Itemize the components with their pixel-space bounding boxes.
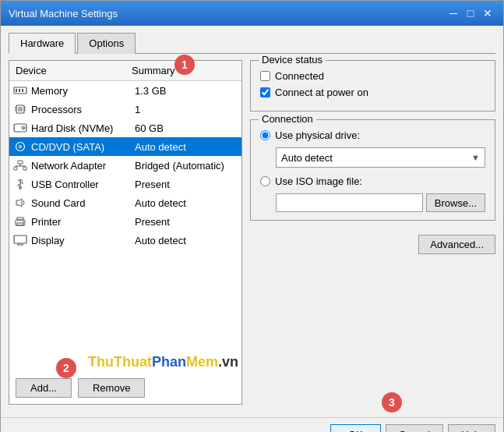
device-name-usb: USB Controller	[31, 179, 135, 190]
device-row-memory[interactable]: Memory 1.3 GB	[9, 81, 241, 100]
use-iso-label: Use ISO image file:	[275, 175, 362, 187]
physical-drive-dropdown[interactable]: Auto detect ▼	[276, 147, 485, 168]
remove-button[interactable]: Remove	[78, 378, 145, 398]
printer-icon	[12, 215, 28, 228]
right-panel: Device status Connected Connect at power…	[250, 60, 495, 405]
add-remove-area: 2 Add... Remove	[9, 375, 241, 404]
device-row-network[interactable]: Network Adapter Bridged (Automatic)	[9, 156, 241, 175]
physical-dropdown-row: Auto detect ▼	[276, 147, 485, 168]
device-name-cddvd: CD/DVD (SATA)	[31, 141, 135, 153]
annotation-1: 1	[174, 55, 195, 75]
maximize-button[interactable]: □	[463, 5, 478, 21]
device-row-display[interactable]: Display Auto detect	[9, 231, 241, 250]
soundcard-icon	[12, 197, 28, 209]
connect-power-label: Connect at power on	[275, 87, 368, 98]
device-status-label: Device status	[259, 54, 326, 66]
use-physical-row: Use physical drive:	[260, 129, 485, 141]
iso-file-row: Browse...	[276, 193, 485, 212]
device-summary-cddvd: Auto detect	[135, 141, 238, 153]
display-icon	[12, 234, 28, 246]
connection-content: Use physical drive: Auto detect ▼ Use IS…	[260, 129, 485, 212]
svg-point-13	[16, 143, 25, 151]
use-physical-radio[interactable]	[260, 130, 270, 140]
device-list-body: Memory 1.3 GB	[9, 81, 241, 346]
connect-power-checkbox[interactable]	[260, 87, 270, 97]
svg-rect-30	[17, 223, 23, 225]
svg-marker-28	[16, 199, 22, 207]
device-row-harddisk[interactable]: Hard Disk (NVMe) 60 GB	[9, 119, 241, 137]
connect-power-row: Connect at power on	[260, 87, 485, 98]
svg-rect-31	[17, 218, 23, 220]
svg-rect-15	[18, 161, 23, 164]
device-summary-printer: Present	[135, 216, 238, 228]
minimize-button[interactable]: ─	[446, 5, 461, 21]
device-row-cddvd[interactable]: CD/DVD (SATA) Auto detect	[9, 137, 241, 156]
network-icon	[12, 159, 28, 172]
advanced-row: Advanced...	[250, 235, 495, 254]
svg-point-32	[23, 221, 24, 223]
iso-file-input[interactable]	[276, 193, 423, 212]
connected-checkbox[interactable]	[260, 71, 270, 81]
device-summary-harddisk: 60 GB	[135, 122, 238, 134]
device-name-display: Display	[31, 235, 135, 246]
advanced-button[interactable]: Advanced...	[418, 235, 495, 254]
ok-button[interactable]: OK	[330, 424, 381, 432]
tab-bar: Hardware Options	[9, 32, 495, 54]
svg-rect-3	[22, 89, 23, 92]
svg-rect-2	[19, 89, 20, 92]
use-iso-radio[interactable]	[260, 176, 270, 186]
cancel-button[interactable]: Cancel	[386, 424, 443, 432]
close-button[interactable]: ✕	[480, 5, 495, 21]
device-summary-processors: 1	[135, 104, 238, 115]
svg-rect-1	[16, 89, 17, 92]
device-row-printer[interactable]: Printer Present	[9, 212, 241, 231]
footer-buttons: 3 OK Cancel Help	[1, 417, 503, 432]
connection-group: Connection Use physical drive: Auto dete…	[250, 119, 495, 221]
harddisk-icon	[12, 122, 28, 134]
title-bar: Virtual Machine Settings ─ □ ✕	[1, 1, 503, 26]
connected-label: Connected	[275, 70, 324, 82]
watermark-text: ThuThuatPhanMem.vn	[88, 354, 238, 370]
virtual-machine-settings-window: Virtual Machine Settings ─ □ ✕ Hardware …	[0, 0, 504, 432]
watermark-area: ThuThuatPhanMem.vn	[9, 346, 241, 375]
browse-button[interactable]: Browse...	[426, 193, 485, 212]
cddvd-icon	[12, 140, 28, 153]
device-summary-network: Bridged (Automatic)	[135, 160, 238, 172]
use-physical-label: Use physical drive:	[275, 129, 360, 141]
device-list-panel: 1 Device Summary	[9, 60, 242, 405]
device-name-harddisk: Hard Disk (NVMe)	[31, 122, 135, 134]
window-title: Virtual Machine Settings	[9, 8, 118, 19]
device-name-processors: Processors	[31, 104, 135, 115]
device-row-soundcard[interactable]: Sound Card Auto detect	[9, 193, 241, 212]
device-summary-soundcard: Auto detect	[135, 197, 238, 209]
col-device-header: Device	[9, 63, 125, 78]
svg-rect-5	[18, 107, 23, 112]
device-row-processors[interactable]: Processors 1	[9, 100, 241, 119]
memory-icon	[12, 84, 28, 97]
tab-hardware[interactable]: Hardware	[9, 33, 76, 54]
device-status-group: Device status Connected Connect at power…	[250, 60, 495, 112]
device-summary-memory: 1.3 GB	[135, 85, 238, 97]
usb-icon	[12, 178, 28, 190]
svg-rect-17	[23, 167, 26, 170]
svg-rect-16	[14, 167, 17, 170]
device-name-printer: Printer	[31, 216, 135, 228]
device-row-usb[interactable]: USB Controller Present	[9, 175, 241, 193]
help-button[interactable]: Help	[448, 424, 495, 432]
annotation-2: 2	[56, 358, 76, 378]
use-iso-row: Use ISO image file:	[260, 175, 485, 187]
annotation-3: 3	[382, 392, 402, 413]
add-button[interactable]: Add...	[16, 378, 72, 398]
svg-rect-33	[14, 235, 26, 243]
main-area: 1 Device Summary	[9, 60, 495, 405]
device-status-content: Connected Connect at power on	[260, 70, 485, 98]
tab-options[interactable]: Options	[77, 33, 136, 54]
connected-row: Connected	[260, 70, 485, 82]
device-name-network: Network Adapter	[31, 160, 135, 172]
device-summary-usb: Present	[135, 179, 238, 190]
device-name-memory: Memory	[31, 85, 135, 97]
main-content: Hardware Options 1 Device Summary	[1, 26, 503, 413]
processor-icon	[12, 103, 28, 115]
physical-drive-value: Auto detect	[281, 152, 333, 164]
device-list-header: Device Summary	[9, 61, 241, 81]
